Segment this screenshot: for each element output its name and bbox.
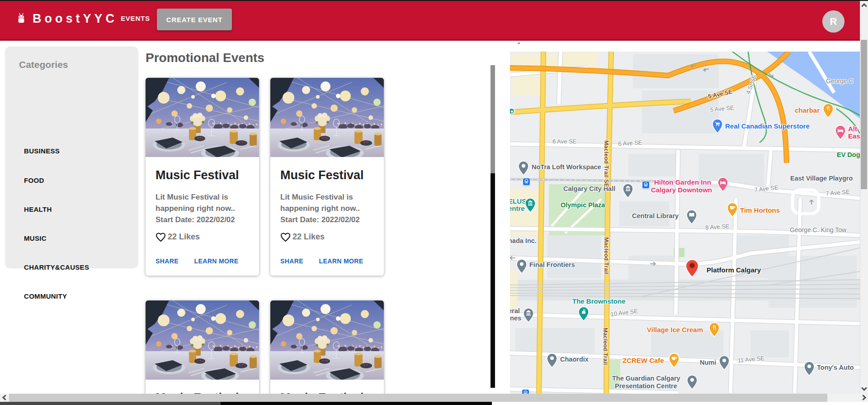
sidebar-item-charity[interactable]: CHARITY&CAUSES bbox=[24, 263, 89, 271]
map-pin-charbar[interactable] bbox=[823, 103, 834, 120]
transit-station-icon[interactable] bbox=[523, 178, 530, 186]
desc-line2: happening right now.. bbox=[280, 204, 360, 213]
learn-more-button[interactable]: LEARN MORE bbox=[319, 257, 363, 265]
share-button[interactable]: SHARE bbox=[156, 257, 179, 265]
map-label-6-ave-se: 6 Ave SE bbox=[552, 138, 576, 145]
map-label-nada-inc[interactable]: nada Inc. bbox=[510, 237, 537, 244]
sidebar-item-health[interactable]: HEALTH bbox=[24, 205, 52, 213]
map-label-the-brownstone[interactable]: The Brownstone bbox=[572, 298, 626, 305]
sidebar-item-music[interactable]: MUSIC bbox=[24, 234, 47, 242]
map-pin-final-frontiers[interactable] bbox=[516, 259, 527, 276]
map-label-8-ave-se: 8 Ave SE bbox=[705, 223, 730, 231]
map-label-hilton-garden-inn[interactable]: Hilton Garden Inn bbox=[654, 179, 711, 186]
transit-station-icon[interactable] bbox=[522, 389, 529, 394]
event-image bbox=[270, 78, 384, 157]
categories-title: Categories bbox=[19, 59, 68, 70]
map-pin-calgary-city-hall[interactable] bbox=[623, 183, 633, 200]
map-label-chaordix[interactable]: Chaordix bbox=[560, 356, 589, 363]
nav-item-events[interactable]: EVENTS bbox=[121, 14, 150, 22]
map-pin-village-ice-cream[interactable] bbox=[709, 322, 720, 339]
event-card: Music Festival Lit Music Festival is hap… bbox=[146, 78, 259, 276]
content-vscroll-thumb[interactable] bbox=[491, 65, 495, 173]
content-vscroll-track[interactable] bbox=[491, 173, 495, 388]
content-hscroll-track[interactable] bbox=[221, 402, 492, 405]
map-pin-hilton-garden-inn[interactable] bbox=[717, 177, 728, 194]
map-label-george-c: George C bbox=[826, 78, 854, 85]
map-label-numi[interactable]: Numi bbox=[700, 359, 716, 366]
learn-more-button[interactable]: LEARN MORE bbox=[194, 257, 238, 265]
map-label-notra-loft-workspace[interactable]: NoTra Loft Workspace bbox=[532, 163, 601, 171]
event-image bbox=[146, 78, 259, 157]
window-top-edge bbox=[0, 0, 868, 1]
map-label-tim-hortons[interactable]: Tim Hortons bbox=[740, 207, 780, 214]
event-card: Music Festival bbox=[146, 300, 259, 405]
map-pin-chaordix[interactable] bbox=[547, 353, 557, 370]
app-header: BoostYYC EVENTS CREATE EVENT R bbox=[0, 1, 868, 41]
map-pin-zcrew-cafe[interactable] bbox=[669, 353, 679, 370]
android-robot-icon bbox=[16, 12, 26, 25]
map-label-macleod-trail-se: Macleod Trail SE bbox=[603, 140, 609, 187]
map-label-real-canadian-superstore[interactable]: Real Canadian Superstore bbox=[725, 123, 810, 130]
user-avatar[interactable]: R bbox=[822, 10, 844, 33]
content-hscroll-thumb[interactable] bbox=[0, 402, 221, 405]
brand-title[interactable]: BoostYYC bbox=[33, 12, 118, 26]
map-label-final-frontiers[interactable]: Final Frontiers bbox=[529, 261, 575, 268]
map-pin-superstore[interactable] bbox=[712, 119, 723, 135]
map-label-platform-calgary[interactable]: Platform Calgary bbox=[707, 267, 761, 274]
map-pin-notra-loft-workspace[interactable] bbox=[518, 161, 529, 177]
likes-count: 22 Likes bbox=[168, 232, 200, 242]
event-card: Music Festival Lit Music Festival is hap… bbox=[270, 78, 384, 276]
categories-panel: Categories BUSINESS FOOD HEALTH MUSIC CH… bbox=[5, 47, 138, 267]
page-hscroll-track[interactable] bbox=[0, 394, 868, 402]
map-pin-central-library[interactable] bbox=[686, 210, 697, 226]
transit-station-icon[interactable] bbox=[642, 181, 650, 189]
sidebar-item-business[interactable]: BUSINESS bbox=[24, 147, 60, 155]
map-pin-numi[interactable] bbox=[719, 355, 730, 372]
event-image bbox=[146, 300, 259, 380]
map-label-central-library[interactable]: Central Library bbox=[632, 212, 679, 219]
map-label-ev-dog[interactable]: EV Dog bbox=[837, 151, 860, 158]
map-label-zcrew-cafe[interactable]: ZCREW Cafe bbox=[623, 357, 664, 365]
map-label-entre[interactable]: entre bbox=[510, 205, 525, 213]
map-label-ines[interactable]: ines bbox=[510, 314, 521, 322]
map-label-village-ice-cream[interactable]: Village Ice Cream bbox=[647, 326, 703, 334]
google-map-embed[interactable]: 5 Ave SE5 Ave SE4 St SEGeorge CcharbarRe… bbox=[510, 52, 860, 394]
map-label-olympic-plaza[interactable]: Olympic Plaza bbox=[561, 201, 605, 209]
page-title: Promotional Events bbox=[146, 51, 264, 65]
map-pin-guardian-centre[interactable] bbox=[687, 375, 698, 391]
app-window: BoostYYC EVENTS CREATE EVENT R Categorie… bbox=[0, 0, 868, 405]
desc-line1: Lit Music Festival is bbox=[156, 193, 228, 201]
map-label-charbar[interactable]: charbar bbox=[795, 107, 820, 114]
sidebar-item-food[interactable]: FOOD bbox=[24, 176, 44, 184]
map-label-tony-s-auto[interactable]: Tony's Auto bbox=[817, 364, 854, 371]
map-pin-the-brownstone[interactable] bbox=[578, 306, 589, 323]
start-date: Start Date: 2022/02/02 bbox=[156, 215, 235, 224]
sidebar-item-community[interactable]: COMMUNITY bbox=[24, 292, 67, 300]
map-label-calgary-downtown[interactable]: Calgary Downtown bbox=[651, 186, 712, 194]
map-pin-telus-centre[interactable] bbox=[525, 198, 536, 214]
map-pin-museum-left[interactable] bbox=[523, 308, 534, 324]
event-title: Music Festival bbox=[156, 168, 253, 182]
map-label-east-village-playgro[interactable]: East Village Playgro bbox=[790, 175, 853, 182]
event-image bbox=[270, 300, 384, 380]
heart-icon[interactable] bbox=[155, 231, 167, 243]
map-label-presentation-centre[interactable]: Presentation Centre bbox=[615, 382, 677, 390]
event-description: Lit Music Festival is happening right no… bbox=[280, 191, 377, 225]
map-label-macleod-trail: Macleod Trail bbox=[603, 237, 609, 274]
start-date: Start Date: 2022/02/02 bbox=[280, 215, 360, 224]
map-pin-platform-calgary[interactable] bbox=[685, 259, 699, 280]
heart-icon[interactable] bbox=[279, 231, 292, 243]
map-label-eas[interactable]: Eas bbox=[848, 133, 860, 140]
map-pin-tonys-auto[interactable] bbox=[804, 361, 815, 378]
map-pin-alt-lodging[interactable] bbox=[835, 125, 846, 142]
stray-quote-text: " bbox=[518, 41, 520, 48]
likes-count: 22 Likes bbox=[292, 232, 325, 242]
map-label-the-guardian-calgary[interactable]: The Guardian Calgary bbox=[612, 375, 680, 382]
page-vscroll-thumb[interactable] bbox=[861, 40, 867, 189]
event-title: Music Festival bbox=[280, 168, 377, 182]
map-label-macleod-trail: Macleod Trail bbox=[602, 328, 609, 365]
map-label-eral[interactable]: eral bbox=[510, 307, 520, 314]
share-button[interactable]: SHARE bbox=[280, 257, 303, 265]
create-event-button[interactable]: CREATE EVENT bbox=[157, 9, 232, 30]
map-pin-tim-hortons[interactable] bbox=[727, 202, 738, 219]
